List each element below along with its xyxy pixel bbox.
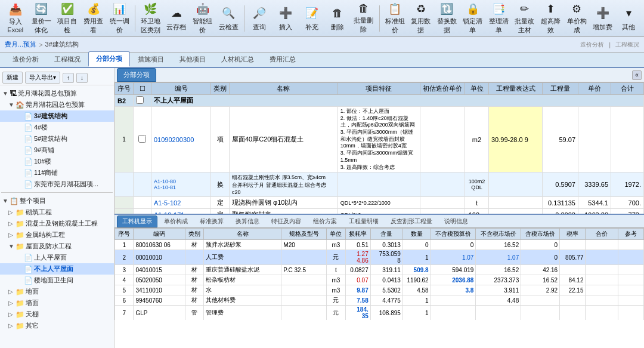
lower-panel: 工料机显示 单价构成 标准换算 换算信息 特征及内容 组价方案 工程量明细 反查…	[114, 214, 644, 320]
th-type: 类别	[211, 83, 230, 95]
arrange-clear-button[interactable]: 📑 整理清单	[487, 3, 511, 34]
toolbar-note: 造价分析	[580, 41, 604, 49]
reuse-data-icon: ♻	[413, 2, 429, 16]
batch-delete-icon: 🗑	[355, 2, 372, 15]
tab-measure-items[interactable]: 措施项目	[130, 52, 172, 67]
env-area-icon: 🌿	[142, 2, 159, 16]
smart-price-button[interactable]: 🤖 智能组价	[191, 3, 215, 34]
sidebar-item-roof-non-top[interactable]: 📄 不上人平屋面	[0, 263, 114, 275]
lower-tab-unit-compose[interactable]: 单价构成	[159, 215, 193, 227]
import-export-button[interactable]: 导入导出▾	[25, 72, 60, 84]
qty-unify-button[interactable]: 🔄 量价一体化	[30, 3, 54, 34]
tab-cost-analysis[interactable]: 造价分析	[5, 52, 47, 67]
lower-tab-feature[interactable]: 特征及内容	[266, 215, 306, 227]
lower-tab-switch-info[interactable]: 换算信息	[230, 215, 265, 227]
lower-table-row-labor: 2 00010010 人工费 元 1.274.86 753.0598 1 1.0…	[115, 250, 644, 265]
th-total: 合计	[611, 83, 644, 95]
sidebar-item-shop11[interactable]: 📄 11#商铺	[0, 167, 114, 178]
smart-price-icon: 🤖	[194, 2, 211, 16]
sidebar-item-dongguan[interactable]: 📄 东莞市莞月湖花园项...	[0, 178, 114, 190]
reuse-data-button[interactable]: ♻ 复用数据	[409, 3, 433, 34]
lower-tab-explain-info[interactable]: 说明信息	[439, 215, 473, 227]
std-group-button[interactable]: 📋 标准组价	[383, 3, 407, 34]
ultra-boost-button[interactable]: ⬆ 超高降效	[539, 3, 563, 34]
section-checkbox[interactable]	[136, 96, 144, 104]
lower-tab-group-plan[interactable]: 组价方案	[308, 215, 342, 227]
th-name: 名称	[230, 83, 338, 95]
replace-data-button[interactable]: 🔃 替换数据	[435, 3, 459, 34]
sidebar-item-others[interactable]: ▷ 📁 其它	[0, 320, 114, 331]
lower-tab-project-explain[interactable]: 工程量明细	[343, 215, 384, 227]
query-button[interactable]: 🔎 查询	[248, 3, 272, 34]
lower-table-row: 3 04010015 材 重庆普通硅酸盐水泥 P.C 32.5 t 0.0827…	[115, 265, 644, 275]
self-check-button[interactable]: ✅ 项目自检	[55, 3, 79, 34]
sidebar-item-concrete[interactable]: ▷ 📁 混凝土及钢筋混凝土工程	[0, 218, 114, 229]
sidebar-item-roof-top[interactable]: 📄 上人平屋面	[0, 252, 114, 263]
cloud-audit-icon: 🔍	[220, 5, 237, 21]
insert-button[interactable]: ➕ 插入	[274, 3, 298, 34]
sidebar-item-roof[interactable]: ▼ 📁 屋面及防水工程	[0, 241, 114, 252]
move-up-button[interactable]: ↑	[63, 73, 74, 83]
tab-other-items[interactable]: 其他项目	[172, 52, 213, 67]
sidebar-item-bldg5[interactable]: 📄 5#建筑结构	[0, 133, 114, 144]
lower-tab-check-qty[interactable]: 反查割形工程量	[385, 215, 438, 227]
area-note: 工程概况	[615, 41, 639, 49]
fee-check-button[interactable]: 💰 费用查看	[82, 3, 106, 34]
tab-labor-material[interactable]: 人材机汇总	[213, 52, 262, 67]
breadcrumb-root[interactable]: 费月...预算	[5, 40, 36, 49]
lower-tab-work-machine[interactable]: 工料机显示	[117, 215, 157, 227]
add-boost-button[interactable]: ➕ 增加费	[591, 3, 615, 34]
sidebar-toolbar: 新建 导入导出▾ ↑ ↓	[0, 70, 114, 85]
supplement-button[interactable]: 📝 补充	[300, 3, 324, 34]
delete-button[interactable]: 🗑 删除	[326, 3, 349, 34]
tab-partial-sub[interactable]: 分部分项	[117, 68, 156, 82]
cloud-check-icon: ☁	[168, 5, 185, 21]
import-excel-button[interactable]: 📥 导入Excel	[4, 3, 27, 34]
lower-tab-bar: 工料机显示 单价构成 标准换算 换算信息 特征及内容 组价方案 工程量明细 反查…	[114, 215, 644, 228]
main-tab-bar: 造价分析 工程概况 分部分项 措施项目 其他项目 人材机汇总 费用汇总	[0, 53, 644, 68]
sidebar-item-toilet[interactable]: 📄 楼地面卫生间	[0, 275, 114, 286]
other-button[interactable]: ▾ 其他	[617, 3, 641, 34]
sidebar-item-wall[interactable]: ▷ 📁 墙面	[0, 297, 114, 309]
move-down-button[interactable]: ↓	[76, 73, 88, 83]
lower-tab-std-switch[interactable]: 标准换算	[194, 215, 229, 227]
th-unit: 单位	[465, 83, 489, 95]
tab-project-overview[interactable]: 工程概况	[47, 52, 88, 67]
batch-modify-button[interactable]: ✏ 批量改主材	[513, 3, 537, 34]
unified-price-button[interactable]: 📊 统一调价	[107, 3, 131, 34]
th-qty-expr: 工程量表达式	[489, 83, 543, 95]
sidebar-item-project-root[interactable]: ▼ 📋 整个项目	[0, 195, 114, 207]
tab-partial-items[interactable]: 分部分项	[88, 51, 130, 67]
tab-fee-summary[interactable]: 费用汇总	[262, 52, 304, 67]
fee-check-icon: 💰	[85, 2, 102, 16]
new-button[interactable]: 新建	[2, 72, 23, 84]
sidebar-item-steel[interactable]: ▷ 📁 金属结构工程	[0, 229, 114, 241]
unit-compose-button[interactable]: ⚙ 单价构成	[565, 3, 589, 34]
lock-clear-button[interactable]: 🔒 锁定清单	[461, 3, 485, 34]
sidebar-item-ground[interactable]: ▷ 📁 地面	[0, 286, 114, 297]
sidebar-item-shop9[interactable]: 📄 9#商铺	[0, 144, 114, 156]
cloud-check-button[interactable]: ☁ 云存档	[165, 3, 188, 34]
section-title: 不上人平屋面	[151, 95, 644, 107]
replace-data-icon: 🔃	[438, 2, 455, 16]
sidebar-item-bldg3[interactable]: 📄 3#建筑结构	[0, 110, 114, 122]
batch-delete-button[interactable]: 🗑 批量删除	[352, 3, 376, 34]
cloud-audit-button[interactable]: 🔍 云检查	[216, 3, 240, 34]
table-row: A1-10-80A1-10-81 换 细石混凝土刚性防水 厚3.5cm、宽≥4c…	[115, 173, 644, 197]
th-qty: 工程量	[543, 83, 578, 95]
sidebar-item-ceiling[interactable]: ▷ 📁 天棚	[0, 309, 114, 320]
sidebar-item-earthwork[interactable]: ▷ 📁 砌筑工程	[0, 207, 114, 218]
unified-price-icon: 📊	[111, 2, 128, 16]
batch-modify-icon: ✏	[516, 2, 533, 16]
sidebar-item-sub-proj[interactable]: ▼ 🏠 莞月湖花园总包预算	[0, 99, 114, 110]
lock-clear-icon: 🔒	[465, 2, 481, 16]
env-area-button[interactable]: 🌿 环卫地区类别	[139, 3, 163, 34]
std-group-icon: 📋	[386, 2, 403, 16]
sidebar: 新建 导入导出▾ ↑ ↓ ▼ 🏗 莞月湖花园总包预算 ▼ 🏠 莞月湖花园总包预算…	[0, 68, 114, 348]
sidebar-item-bldg4[interactable]: 📄 4#楼	[0, 122, 114, 133]
breadcrumb: 费月...预算 > 3#建筑结构 造价分析 | 工程概况	[0, 37, 644, 53]
collapse-button[interactable]: «	[632, 70, 642, 80]
sidebar-item-shop10[interactable]: 📄 10#楼	[0, 156, 114, 167]
work-machine-table: 序号 编码 类别 名称 规格及型号 单位 损耗率 含量 数量 不含税预算价 不含…	[114, 228, 644, 320]
sidebar-item-main-proj[interactable]: ▼ 🏗 莞月湖花园总包预算	[0, 88, 114, 99]
